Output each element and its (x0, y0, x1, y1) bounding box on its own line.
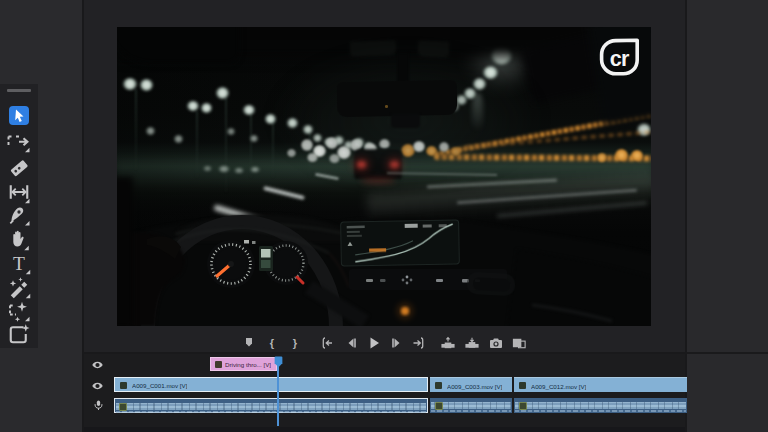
svg-text:cr: cr (610, 47, 630, 71)
svg-text:T: T (13, 253, 25, 274)
